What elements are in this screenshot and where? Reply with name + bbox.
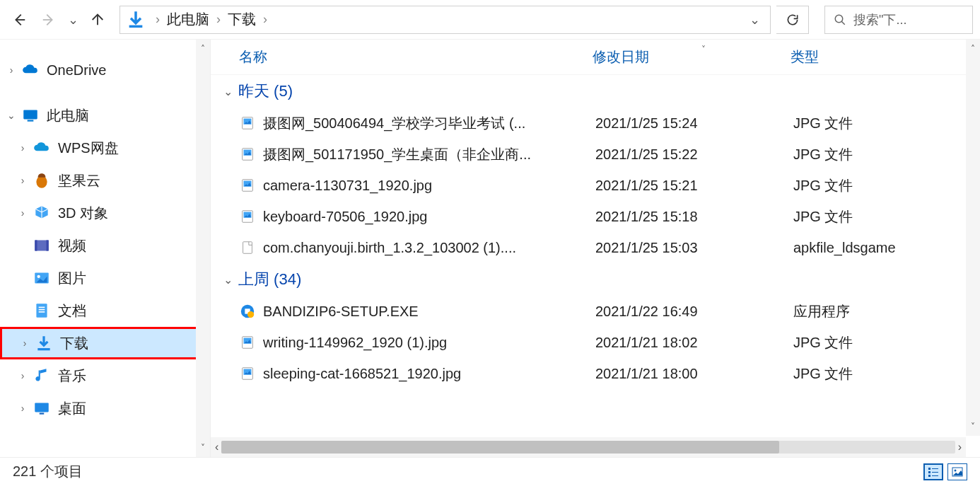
svg-rect-5 — [35, 240, 37, 250]
breadcrumb-segment[interactable]: 下载 — [225, 10, 259, 29]
toolbar: ⌄ › 此电脑 › 下载 › ⌄ 搜索"下... — [0, 0, 980, 40]
content-scrollbar[interactable]: ˄ ˅ — [966, 40, 980, 436]
column-header-date[interactable]: 修改日期˅ — [593, 47, 791, 67]
svg-rect-33 — [928, 471, 931, 473]
sidebar-item-onedrive[interactable]: ›OneDrive — [0, 54, 210, 86]
sidebar-item-label: 图片 — [58, 269, 86, 288]
svg-rect-6 — [47, 240, 49, 250]
address-bar[interactable]: › 此电脑 › 下载 › ⌄ — [119, 6, 771, 34]
scroll-track — [221, 441, 955, 454]
view-buttons — [923, 463, 967, 480]
refresh-icon — [786, 13, 800, 27]
sidebar-item-3d[interactable]: ›3D 对象 — [0, 197, 210, 229]
file-date: 2021/1/25 15:18 — [595, 209, 793, 225]
chevron-icon: › — [14, 403, 31, 414]
svg-rect-9 — [36, 304, 47, 318]
file-row[interactable]: camera-1130731_1920.jpg2021/1/25 15:21JP… — [211, 170, 963, 201]
sidebar-item-music[interactable]: ›音乐 — [0, 359, 210, 392]
3d-icon — [31, 202, 52, 224]
sidebar-item-label: 桌面 — [58, 399, 86, 418]
svg-point-38 — [955, 469, 957, 471]
refresh-button[interactable] — [776, 6, 809, 34]
arrow-right-icon — [41, 12, 57, 28]
sort-indicator-icon: ˅ — [701, 45, 706, 54]
scroll-right-icon: › — [958, 441, 962, 454]
group-header[interactable]: ⌄昨天 (5) — [211, 75, 963, 108]
chevron-down-icon: ⌄ — [223, 85, 233, 98]
group-header[interactable]: ⌄上周 (34) — [211, 263, 963, 296]
file-name: camera-1130731_1920.jpg — [263, 178, 595, 194]
sidebar-scrollbar[interactable]: ˄ ˅ — [196, 40, 210, 457]
file-row[interactable]: BANDIZIP6-SETUP.EXE2021/1/22 16:49应用程序 — [211, 296, 963, 327]
file-date: 2021/1/21 18:02 — [595, 335, 793, 351]
svg-rect-11 — [39, 309, 45, 311]
scroll-thumb[interactable] — [221, 441, 778, 454]
sidebar-item-desktop[interactable]: ›桌面 — [0, 392, 210, 424]
horizontal-scrollbar[interactable]: ‹ › — [211, 437, 966, 457]
sidebar-item-label: WPS网盘 — [58, 139, 119, 158]
group-label: 上周 (34) — [238, 269, 301, 290]
svg-rect-31 — [928, 468, 931, 470]
column-header-type[interactable]: 类型 — [791, 47, 980, 67]
sidebar-item-pc[interactable]: ⌄此电脑 — [0, 99, 210, 132]
scroll-left-icon: ‹ — [215, 441, 218, 454]
svg-point-0 — [835, 15, 843, 23]
scroll-up-icon: ˄ — [971, 44, 975, 54]
exe-file-icon — [239, 303, 256, 320]
svg-rect-13 — [35, 403, 49, 412]
download-icon — [33, 333, 54, 354]
sidebar-item-nut[interactable]: ›坚果云 — [0, 164, 210, 197]
file-row[interactable]: 摄图网_500406494_学校学习毕业考试 (...2021/1/25 15:… — [211, 108, 963, 139]
file-type: JPG 文件 — [793, 114, 963, 133]
scroll-up-icon: ˄ — [201, 44, 205, 54]
sidebar-item-doc[interactable]: 文档 — [0, 294, 210, 327]
search-box[interactable]: 搜索"下... — [824, 6, 973, 34]
sidebar-item-wps[interactable]: ›WPS网盘 — [0, 132, 210, 164]
file-type: JPG 文件 — [793, 207, 963, 226]
arrow-up-icon — [90, 12, 105, 28]
svg-rect-2 — [28, 120, 34, 122]
file-row[interactable]: 摄图网_501171950_学生桌面（非企业商...2021/1/25 15:2… — [211, 139, 963, 170]
thumbnails-view-button[interactable] — [947, 463, 967, 480]
back-button[interactable] — [7, 8, 31, 32]
breadcrumb-segment[interactable]: 此电脑 — [164, 10, 212, 29]
file-type: apkfile_ldsgame — [793, 240, 963, 256]
jpg-file-icon — [239, 208, 256, 225]
file-row[interactable]: sleeping-cat-1668521_1920.jpg2021/1/21 1… — [211, 358, 963, 389]
svg-rect-12 — [39, 311, 45, 313]
chevron-right-icon: › — [263, 12, 267, 27]
file-date: 2021/1/21 18:00 — [595, 366, 793, 382]
history-dropdown[interactable]: ⌄ — [68, 12, 78, 28]
main-area: ›OneDrive⌄此电脑›WPS网盘›坚果云›3D 对象视频图片文档›下载›音… — [0, 40, 980, 457]
status-bar: 221 个项目 — [0, 457, 980, 485]
downloads-folder-icon — [126, 10, 146, 30]
chevron-icon: › — [3, 64, 20, 76]
file-type: 应用程序 — [793, 302, 963, 321]
file-date: 2021/1/25 15:22 — [595, 146, 793, 163]
file-name: sleeping-cat-1668521_1920.jpg — [263, 366, 595, 382]
sidebar-item-video[interactable]: 视频 — [0, 229, 210, 262]
svg-rect-34 — [932, 472, 938, 473]
up-button[interactable] — [86, 8, 110, 32]
address-dropdown[interactable]: ⌄ — [745, 12, 764, 28]
file-name: 摄图网_500406494_学校学习毕业考试 (... — [263, 114, 595, 133]
file-name: com.chanyouji.birth_1.3.2_103002 (1).... — [263, 240, 595, 256]
forward-button[interactable] — [37, 8, 61, 32]
details-view-button[interactable] — [923, 463, 943, 480]
sidebar-item-label: 下载 — [60, 334, 88, 353]
sidebar-item-label: OneDrive — [47, 62, 106, 79]
column-header-name[interactable]: 名称 — [239, 47, 593, 67]
sidebar-item-download[interactable]: ›下载 — [0, 327, 210, 359]
sidebar-item-picture[interactable]: 图片 — [0, 262, 210, 294]
svg-rect-36 — [932, 475, 938, 476]
file-row[interactable]: keyboard-70506_1920.jpg2021/1/25 15:18JP… — [211, 201, 963, 232]
jpg-file-icon — [239, 334, 256, 351]
file-type: JPG 文件 — [793, 333, 963, 352]
sidebar-item-label: 3D 对象 — [58, 204, 108, 223]
jpg-file-icon — [239, 365, 256, 382]
file-row[interactable]: writing-1149962_1920 (1).jpg2021/1/21 18… — [211, 327, 963, 358]
chevron-icon: › — [16, 337, 33, 349]
video-icon — [31, 235, 52, 256]
file-row[interactable]: com.chanyouji.birth_1.3.2_103002 (1)....… — [211, 232, 963, 263]
pc-icon — [20, 105, 41, 126]
